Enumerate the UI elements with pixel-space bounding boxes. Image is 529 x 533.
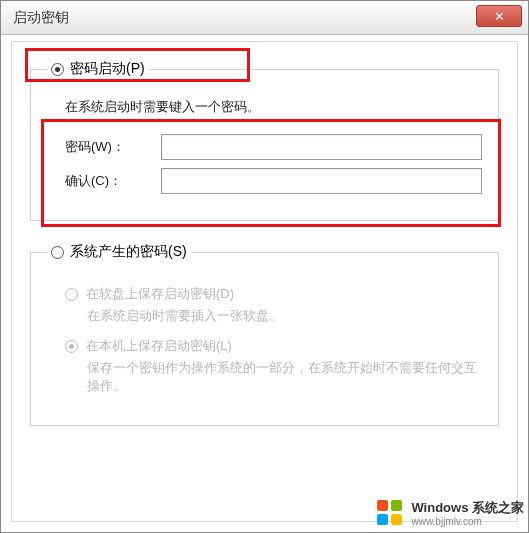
radio-icon [65,340,78,353]
radio-system-password[interactable]: 系统产生的密码(S) [47,243,191,261]
confirm-row: 确认(C)： [65,168,482,194]
titlebar: 启动密钥 ✕ [1,1,528,35]
password-startup-desc: 在系统启动时需要键入一个密码。 [65,98,482,116]
radio-icon [51,246,64,259]
floppy-label: 在软盘上保存启动密钥(D) [86,285,234,303]
radio-password-startup[interactable]: 密码启动(P) [47,60,149,78]
watermark-line2: www.bjjmlv.com [411,516,524,527]
confirm-label: 确认(C)： [65,172,151,190]
logo-pane-bl [377,514,388,525]
local-label: 在本机上保存启动密钥(L) [86,337,232,355]
logo-pane-tl [377,500,388,511]
close-icon: ✕ [494,9,505,24]
logo-pane-br [391,514,402,525]
watermark-line1: Windows 系统之家 [411,501,524,515]
logo-pane-tr [391,500,402,511]
radio-floppy: 在软盘上保存启动密钥(D) [65,285,482,303]
dialog-body: 密码启动(P) 在系统启动时需要键入一个密码。 密码(W)： 确认(C)： 系统… [11,41,518,522]
group-password-legend-text: 密码启动(P) [70,60,145,78]
password-row: 密码(W)： [65,134,482,160]
window-title: 启动密钥 [13,9,69,27]
group-system-password: 系统产生的密码(S) 在软盘上保存启动密钥(D) 在系统启动时需要插入一张软盘。… [30,243,499,426]
group-password-startup: 密码启动(P) 在系统启动时需要键入一个密码。 密码(W)： 确认(C)： [30,60,499,221]
radio-local: 在本机上保存启动密钥(L) [65,337,482,355]
windows-logo-icon [377,500,405,528]
close-button[interactable]: ✕ [476,5,522,27]
radio-icon [51,63,64,76]
group-system-legend-text: 系统产生的密码(S) [70,243,187,261]
password-label: 密码(W)： [65,138,151,156]
floppy-desc: 在系统启动时需要插入一张软盘。 [87,307,482,325]
watermark-text: Windows 系统之家 www.bjjmlv.com [411,501,524,526]
radio-icon [65,288,78,301]
watermark: Windows 系统之家 www.bjjmlv.com [377,500,524,528]
dialog-window: 启动密钥 ✕ 密码启动(P) 在系统启动时需要键入一个密码。 密码(W)： 确认… [0,0,529,533]
password-input[interactable] [161,134,482,160]
confirm-input[interactable] [161,168,482,194]
local-desc: 保存一个密钥作为操作系统的一部分，在系统开始时不需要任何交互操作。 [87,359,482,395]
